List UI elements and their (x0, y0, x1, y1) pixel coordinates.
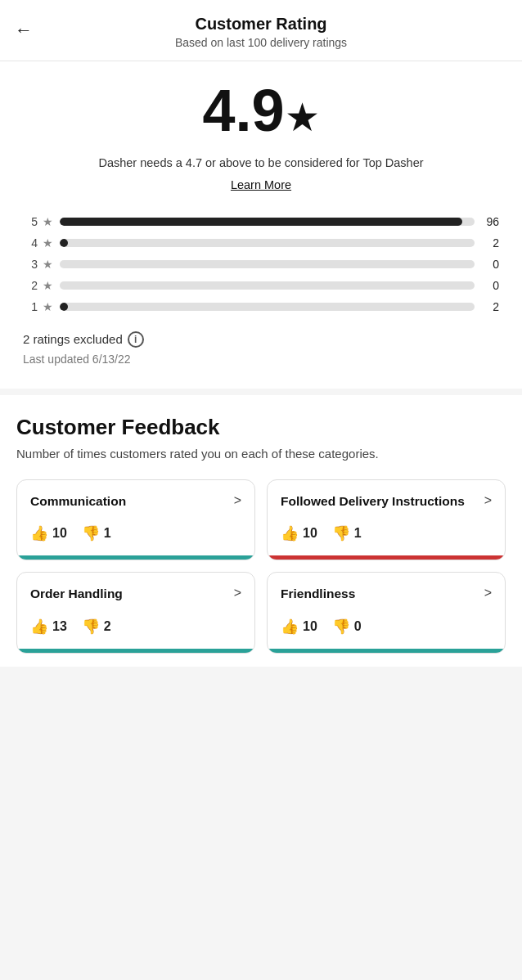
learn-more-container: Learn More (23, 178, 499, 192)
bar-count-4: 2 (483, 236, 499, 249)
feedback-section: Customer Feedback Number of times custom… (0, 395, 522, 667)
thumbs-up-icon-delivery-instructions: 👍 (281, 524, 299, 542)
card-title-order-handling: Order Handling (30, 586, 229, 602)
bar-count-3: 0 (483, 258, 499, 271)
thumbs-up-icon-communication: 👍 (30, 524, 48, 542)
thumbs-up-icon-order-handling: 👍 (30, 618, 48, 636)
card-bottom-bar-order-handling (17, 649, 254, 653)
rating-bars: 5 ★ 96 4 ★ 2 3 ★ 0 2 ★ 0 (23, 215, 499, 313)
feedback-cards-grid: Communication > 👍 10 👎 1 Followed Delive… (16, 479, 506, 653)
bar-track-5 (60, 218, 475, 226)
thumbs-down-stat-delivery-instructions: 👎 1 (332, 524, 362, 542)
thumbs-down-icon-friendliness: 👎 (332, 618, 350, 636)
thumbs-up-icon-friendliness: 👍 (281, 618, 299, 636)
feedback-card-friendliness[interactable]: Friendliness > 👍 10 👎 0 (267, 572, 506, 653)
chevron-icon-friendliness: > (484, 586, 492, 600)
rating-note: Dasher needs a 4.7 or above to be consid… (23, 155, 499, 173)
bar-star-2: ★ (43, 279, 53, 292)
excluded-row: 2 ratings excluded i (23, 331, 499, 348)
last-updated: Last updated 6/13/22 (23, 353, 499, 366)
big-rating-display: 4.9★ (23, 81, 499, 140)
feedback-card-delivery-instructions[interactable]: Followed Delivery Instructions > 👍 10 👎 … (267, 479, 506, 560)
thumbs-down-stat-order-handling: 👎 2 (82, 618, 111, 636)
bar-track-1 (60, 303, 475, 311)
card-header-delivery-instructions: Followed Delivery Instructions > (281, 493, 492, 510)
chevron-icon-delivery-instructions: > (484, 493, 492, 508)
bar-dot-1 (60, 303, 68, 311)
thumbs-down-stat-communication: 👎 1 (82, 524, 111, 542)
card-stats-communication: 👍 10 👎 1 (30, 524, 241, 555)
card-bottom-bar-delivery-instructions (268, 555, 505, 560)
card-title-friendliness: Friendliness (281, 586, 479, 602)
card-header-order-handling: Order Handling > (30, 586, 241, 602)
rating-star: ★ (285, 96, 320, 139)
page-title: Customer Rating (16, 15, 506, 34)
card-header-communication: Communication > (30, 493, 241, 510)
card-header-friendliness: Friendliness > (281, 586, 492, 602)
chevron-icon-communication: > (234, 493, 241, 508)
thumbs-down-count-order-handling: 2 (104, 619, 111, 634)
bar-label-5: 5 (23, 215, 38, 228)
thumbs-up-count-order-handling: 13 (52, 619, 67, 634)
bar-row-4: 4 ★ 2 (23, 236, 499, 249)
thumbs-down-icon-communication: 👎 (82, 524, 100, 542)
card-bottom-bar-friendliness (268, 649, 505, 653)
bar-track-4 (60, 239, 475, 247)
thumbs-down-count-delivery-instructions: 1 (354, 526, 362, 541)
rating-section: 4.9★ Dasher needs a 4.7 or above to be c… (0, 61, 522, 389)
bar-row-5: 5 ★ 96 (23, 215, 499, 228)
bar-fill-5 (60, 218, 462, 226)
bar-row-3: 3 ★ 0 (23, 258, 499, 271)
thumbs-down-icon-delivery-instructions: 👎 (332, 524, 350, 542)
bar-track-2 (60, 281, 475, 290)
thumbs-down-count-communication: 1 (104, 526, 111, 541)
card-bottom-bar-communication (17, 555, 254, 560)
bar-dot-4 (60, 239, 68, 247)
feedback-title: Customer Feedback (16, 415, 506, 440)
bar-count-1: 2 (483, 300, 499, 313)
card-title-delivery-instructions: Followed Delivery Instructions (281, 493, 479, 510)
bar-star-1: ★ (43, 300, 53, 313)
bar-row-2: 2 ★ 0 (23, 279, 499, 292)
feedback-card-communication[interactable]: Communication > 👍 10 👎 1 (16, 479, 255, 560)
page-header: ← Customer Rating Based on last 100 deli… (0, 0, 522, 61)
thumbs-up-stat-order-handling: 👍 13 (30, 618, 67, 636)
thumbs-down-icon-order-handling: 👎 (82, 618, 100, 636)
info-icon[interactable]: i (128, 331, 144, 348)
thumbs-up-stat-friendliness: 👍 10 (281, 618, 317, 636)
bar-label-1: 1 (23, 300, 38, 313)
chevron-icon-order-handling: > (234, 586, 241, 600)
card-stats-delivery-instructions: 👍 10 👎 1 (281, 524, 492, 555)
bar-label-2: 2 (23, 279, 38, 292)
bar-row-1: 1 ★ 2 (23, 300, 499, 313)
rating-value: 4.9 (202, 78, 284, 143)
back-button[interactable]: ← (15, 20, 33, 41)
bar-star-4: ★ (43, 236, 53, 249)
thumbs-up-count-delivery-instructions: 10 (303, 526, 317, 541)
card-stats-order-handling: 👍 13 👎 2 (30, 618, 241, 649)
bar-label-3: 3 (23, 258, 38, 271)
feedback-subtitle: Number of times customers rated you on e… (16, 445, 506, 464)
bar-star-3: ★ (43, 258, 53, 271)
thumbs-up-count-communication: 10 (52, 526, 67, 541)
thumbs-up-stat-communication: 👍 10 (30, 524, 67, 542)
card-title-communication: Communication (30, 493, 229, 510)
bar-count-5: 96 (483, 215, 499, 228)
bar-count-2: 0 (483, 279, 499, 292)
learn-more-link[interactable]: Learn More (231, 178, 291, 191)
card-stats-friendliness: 👍 10 👎 0 (281, 618, 492, 649)
bar-track-3 (60, 260, 475, 268)
thumbs-down-count-friendliness: 0 (354, 619, 362, 634)
excluded-text: 2 ratings excluded (23, 332, 123, 346)
thumbs-up-stat-delivery-instructions: 👍 10 (281, 524, 317, 542)
thumbs-up-count-friendliness: 10 (303, 619, 317, 634)
thumbs-down-stat-friendliness: 👎 0 (332, 618, 362, 636)
bar-star-5: ★ (43, 215, 53, 228)
page-subtitle: Based on last 100 delivery ratings (16, 36, 506, 49)
bar-label-4: 4 (23, 236, 38, 249)
feedback-card-order-handling[interactable]: Order Handling > 👍 13 👎 2 (16, 572, 255, 653)
